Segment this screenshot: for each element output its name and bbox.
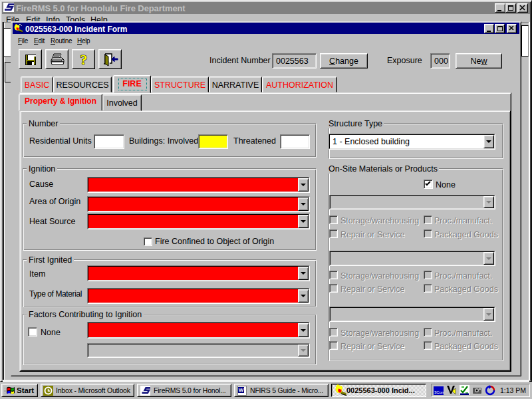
svg-text:3Com: 3Com [434,390,444,394]
svg-text:?: ? [80,52,88,68]
